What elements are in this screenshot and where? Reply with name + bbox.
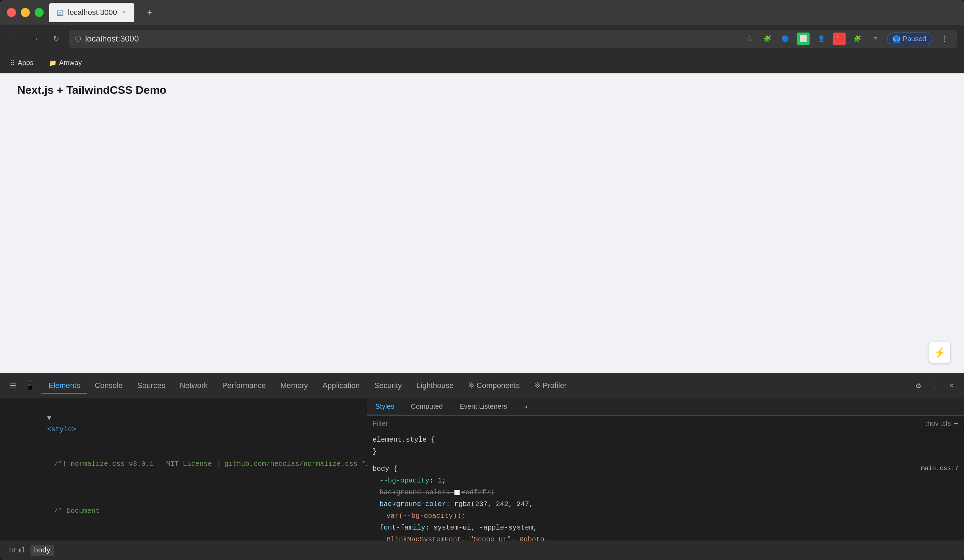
code-line-1: /*! normalize.css v8.0.1 | MIT License |… <box>0 447 367 481</box>
browser-tab[interactable]: 🔄 localhost:3000 × <box>49 3 134 22</box>
style-prop-bg-color-2: background-color: rgba(237, 242, 247, <box>373 498 959 510</box>
style-prop-bg-color-1: background-color: #edf2f7; <box>373 487 959 498</box>
style-rule-close-element: } <box>373 446 959 458</box>
tab-application[interactable]: Application <box>316 378 367 393</box>
tab-sources[interactable]: Sources <box>130 378 172 393</box>
devtools-right-icons: ⚙ ⋮ × <box>911 379 959 393</box>
refresh-button[interactable]: ↻ <box>49 31 64 46</box>
maximize-button[interactable] <box>35 8 44 17</box>
style-rule-element: element.style { } <box>373 434 959 458</box>
style-rule-body: body { main.css:7 --bg-opacity: 1; backg… <box>373 463 959 541</box>
bookmark-icon[interactable]: ☆ <box>743 32 756 45</box>
style-prop-bg-color-2b: var(--bg-opacity)); <box>373 510 959 522</box>
devtools-panel: ☰ 📱 Elements Console Sources Network Per… <box>0 373 964 560</box>
folder-icon: 📁 <box>49 59 57 67</box>
styles-tab-event-listeners[interactable]: Event Listeners <box>451 398 516 416</box>
style-prop-font-family-2: BlinkMacSystemFont, "Segoe UI", Roboto, <box>373 534 959 541</box>
new-tab-button[interactable]: + <box>143 5 156 19</box>
bookmark-amway-label: Amway <box>59 59 82 67</box>
address-input[interactable]: ⓘ localhost:3000 ☆ 🧩 🔵 ⬜ 👤 🔴 🧩 ≡ 👤 Pause… <box>69 30 957 48</box>
tab-favicon: 🔄 <box>56 8 64 16</box>
url-display: localhost:3000 <box>85 34 139 44</box>
minimize-button[interactable] <box>21 8 30 17</box>
address-bar: ← → ↻ ⓘ localhost:3000 ☆ 🧩 🔵 ⬜ 👤 🔴 🧩 ≡ 👤… <box>0 25 964 53</box>
page-heading: Next.js + TailwindCSS Demo <box>17 84 947 97</box>
tab-components[interactable]: ※ Components <box>461 378 527 393</box>
code-line-style-tag: ▼ <style> <box>0 401 367 447</box>
devtools-toolbar: ☰ 📱 Elements Console Sources Network Per… <box>0 373 964 398</box>
traffic-lights <box>7 8 44 17</box>
tab-console[interactable]: Console <box>88 378 130 393</box>
paused-button[interactable]: 👤 Paused <box>887 32 932 45</box>
ext-icon-5[interactable]: 🔴 <box>833 32 845 45</box>
code-line-blank-1 <box>0 481 367 494</box>
devtools-close-icon[interactable]: × <box>944 379 959 393</box>
devtools-tabs: Elements Console Sources Network Perform… <box>42 378 910 393</box>
code-line-2: /* Document <box>0 494 367 529</box>
browser-menu-button[interactable]: ⋮ <box>938 34 951 44</box>
triangle-icon: ▼ <box>47 414 51 422</box>
breadcrumb-bar: html body <box>0 541 964 560</box>
devtools-more-icon[interactable]: ⋮ <box>928 379 942 393</box>
lightning-button[interactable]: ⚡ <box>929 342 950 363</box>
bookmark-apps-label: Apps <box>18 59 34 67</box>
devtools-inspector-icon[interactable]: ☰ <box>5 378 21 393</box>
devtools-device-icon[interactable]: 📱 <box>22 378 37 393</box>
style-rule-selector-element: element.style { <box>373 434 959 446</box>
secure-icon: ⓘ <box>75 35 81 43</box>
paused-dot: 👤 <box>893 35 900 42</box>
styles-filter-pseudo[interactable]: :hov .cls <box>926 419 951 427</box>
style-prop-bg-opacity: --bg-opacity: 1; <box>373 475 959 487</box>
ext-icon-2[interactable]: 🔵 <box>779 32 791 45</box>
ext-icon-3[interactable]: ⬜ <box>797 32 809 45</box>
elements-code-panel: ▼ <style> /*! normalize.css v8.0.1 | MIT… <box>0 398 367 541</box>
back-button[interactable]: ← <box>7 31 22 46</box>
ext-icon-6[interactable]: 🧩 <box>851 32 864 45</box>
forward-button[interactable]: → <box>28 31 43 46</box>
devtools-main: ▼ <style> /*! normalize.css v8.0.1 | MIT… <box>0 398 964 541</box>
devtools-settings-icon[interactable]: ⚙ <box>911 379 925 393</box>
bookmark-apps[interactable]: ⠿ Apps <box>7 57 37 69</box>
tab-profiler[interactable]: ※ Profiler <box>528 378 574 393</box>
ext-icon-7[interactable]: ≡ <box>869 32 882 45</box>
apps-grid-icon: ⠿ <box>10 59 15 67</box>
webpage-content: Next.js + TailwindCSS Demo <box>0 73 964 107</box>
paused-label: Paused <box>903 35 926 43</box>
color-swatch-edf2f7[interactable] <box>454 490 460 495</box>
close-button[interactable] <box>7 8 16 17</box>
styles-tabs: Styles Computed Event Listeners » <box>367 398 964 416</box>
tab-memory[interactable]: Memory <box>274 378 315 393</box>
style-rule-selector-body: body { main.css:7 <box>373 463 959 475</box>
styles-filter-add-button[interactable]: + <box>954 419 959 428</box>
breadcrumb-body[interactable]: body <box>31 545 54 556</box>
webpage-viewport: Next.js + TailwindCSS Demo ⚡ <box>0 73 964 373</box>
ext-icon-4[interactable]: 👤 <box>815 32 827 45</box>
code-line-3: ========================================… <box>0 529 367 541</box>
bookmark-amway[interactable]: 📁 Amway <box>46 57 86 69</box>
tab-close-button[interactable]: × <box>120 9 127 16</box>
tab-lighthouse[interactable]: Lighthouse <box>409 378 461 393</box>
breadcrumb-html[interactable]: html <box>5 545 29 556</box>
styles-filter-bar: :hov .cls + <box>367 416 964 431</box>
tab-security[interactable]: Security <box>367 378 409 393</box>
browser-window: 🔄 localhost:3000 × + ← → ↻ ⓘ localhost:3… <box>0 0 964 560</box>
tab-title: localhost:3000 <box>68 8 117 17</box>
bookmarks-bar: ⠿ Apps 📁 Amway <box>0 53 964 73</box>
address-action-icons: ☆ 🧩 🔵 ⬜ 👤 🔴 🧩 ≡ 👤 Paused ⋮ <box>743 32 951 45</box>
styles-content: element.style { } body { main.css:7 <box>367 431 964 541</box>
lightning-icon: ⚡ <box>934 347 946 358</box>
styles-tab-styles[interactable]: Styles <box>367 398 402 416</box>
ext-icon-1[interactable]: 🧩 <box>761 32 773 45</box>
styles-tab-computed[interactable]: Computed <box>402 398 451 416</box>
tab-elements[interactable]: Elements <box>42 378 87 393</box>
tab-network[interactable]: Network <box>173 378 215 393</box>
styles-tab-more[interactable]: » <box>516 398 536 416</box>
title-bar: 🔄 localhost:3000 × + <box>0 0 964 25</box>
tab-performance[interactable]: Performance <box>215 378 273 393</box>
style-prop-font-family: font-family: system-ui, -apple-system, <box>373 522 959 534</box>
styles-panel: Styles Computed Event Listeners » :hov <box>367 398 964 541</box>
styles-filter-input[interactable] <box>373 419 923 427</box>
